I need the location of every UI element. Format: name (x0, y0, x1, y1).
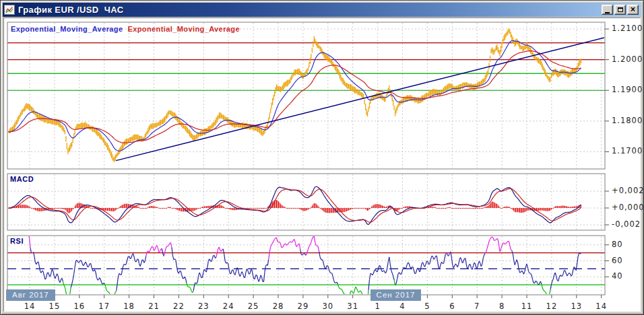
chart-canvas[interactable] (1, 1, 644, 315)
chart-window: График EUR /USD ЧАС × Exponential_Moving… (0, 0, 644, 315)
